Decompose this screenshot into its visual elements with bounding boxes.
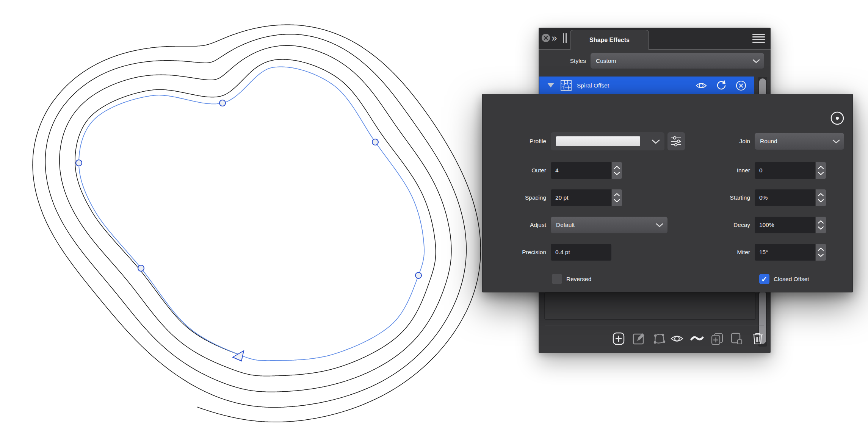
outer-field[interactable]: 4 bbox=[551, 162, 611, 179]
precision-label: Precision bbox=[483, 244, 546, 261]
visibility-eye-icon[interactable] bbox=[670, 332, 684, 345]
styles-dropdown-value: Custom bbox=[596, 53, 616, 69]
join-dropdown-value: Round bbox=[760, 133, 777, 150]
effect-name: Spiral Offset bbox=[577, 77, 609, 94]
duplicate-effect-icon[interactable] bbox=[710, 332, 724, 345]
precision-field[interactable]: 0.4 pt bbox=[551, 244, 611, 261]
chevron-down-icon bbox=[752, 59, 760, 63]
adjust-label: Adjust bbox=[483, 217, 546, 233]
delete-trash-icon[interactable] bbox=[751, 332, 765, 345]
remove-icon[interactable] bbox=[735, 80, 747, 92]
closed-offset-checkbox[interactable] bbox=[759, 274, 769, 284]
spacing-field[interactable]: 20 pt bbox=[551, 189, 611, 206]
reversed-checkbox[interactable] bbox=[552, 274, 562, 284]
mesh-warp-icon[interactable] bbox=[652, 332, 666, 345]
path-direction-marker[interactable] bbox=[233, 351, 244, 361]
visibility-eye-icon[interactable] bbox=[695, 80, 707, 92]
path-node[interactable] bbox=[415, 272, 421, 278]
tab-shape-effects[interactable]: Shape Effects bbox=[570, 30, 649, 50]
path-node[interactable] bbox=[76, 160, 82, 166]
effect-list-area bbox=[544, 292, 756, 320]
starting-field[interactable]: 0% bbox=[755, 189, 815, 206]
join-dropdown[interactable]: Round bbox=[755, 133, 844, 150]
inner-label: Inner bbox=[634, 162, 750, 179]
outer-label: Outer bbox=[483, 162, 546, 179]
outer-stepper[interactable] bbox=[611, 162, 622, 179]
close-icon[interactable] bbox=[542, 34, 550, 42]
decay-field[interactable]: 100% bbox=[755, 217, 815, 233]
miter-field[interactable]: 15° bbox=[755, 244, 815, 261]
decay-label: Decay bbox=[634, 217, 750, 233]
disclosure-triangle-icon[interactable] bbox=[547, 83, 554, 88]
styles-label: Styles bbox=[539, 53, 586, 69]
selected-path[interactable] bbox=[79, 67, 424, 361]
spiral-offset-curves[interactable] bbox=[33, 25, 481, 422]
profile-wave-icon[interactable] bbox=[690, 332, 704, 345]
spacing-stepper[interactable] bbox=[611, 189, 622, 206]
starting-label: Starting bbox=[634, 189, 750, 206]
reversed-label: Reversed bbox=[566, 274, 591, 284]
add-effect-icon[interactable] bbox=[612, 332, 625, 345]
closed-offset-label: Closed Offset bbox=[774, 274, 809, 284]
profile-preview-swatch bbox=[556, 136, 640, 146]
panel-header: » Shape Effects bbox=[539, 28, 771, 50]
path-node[interactable] bbox=[138, 265, 144, 271]
profile-label: Profile bbox=[483, 133, 546, 150]
spacing-label: Spacing bbox=[483, 189, 546, 206]
miter-stepper[interactable] bbox=[815, 244, 826, 261]
chevron-down-icon bbox=[832, 139, 840, 144]
spiral-offset-options-dialog: Profile Join Round Outer 4 Inner 0 Spaci… bbox=[482, 94, 853, 292]
inner-stepper[interactable] bbox=[815, 162, 826, 179]
join-label: Join bbox=[634, 132, 750, 150]
starting-stepper[interactable] bbox=[815, 189, 826, 206]
copy-style-icon[interactable] bbox=[730, 332, 743, 345]
adjust-dropdown-value: Default bbox=[556, 217, 575, 233]
hamburger-menu-icon[interactable] bbox=[752, 34, 765, 43]
decay-stepper[interactable] bbox=[815, 217, 826, 233]
edit-effect-icon[interactable] bbox=[632, 332, 646, 345]
reset-icon[interactable] bbox=[715, 80, 727, 92]
miter-label: Miter bbox=[634, 244, 750, 261]
styles-dropdown[interactable]: Custom bbox=[591, 53, 764, 69]
effect-target-icon[interactable] bbox=[830, 111, 845, 126]
toolbar-divider bbox=[545, 325, 764, 325]
double-chevron-icon[interactable]: » bbox=[552, 32, 557, 44]
mesh-grid-icon bbox=[560, 80, 572, 92]
inner-field[interactable]: 0 bbox=[755, 162, 815, 179]
path-node[interactable] bbox=[372, 139, 378, 145]
path-node[interactable] bbox=[219, 100, 226, 106]
divider-bars bbox=[563, 33, 567, 43]
